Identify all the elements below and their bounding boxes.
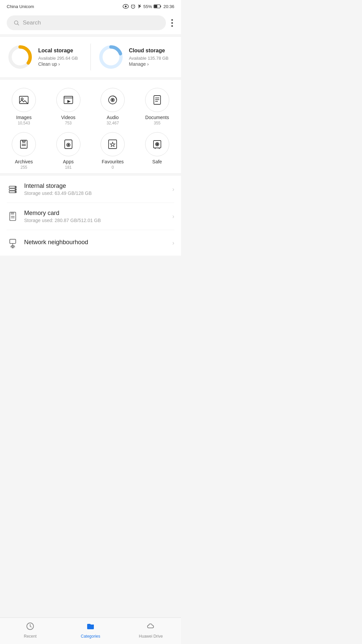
category-item-favourites[interactable]: Favourites 0 (92, 132, 133, 170)
location-name-memory-card: Memory card (24, 210, 167, 217)
carrier-text: China Unicom (7, 4, 34, 9)
svg-point-42 (15, 189, 16, 190)
apps-icon-circle (56, 132, 80, 156)
category-count-apps: 181 (65, 165, 72, 170)
location-sub-internal: Storage used: 63.49 GB/128 GB (24, 191, 167, 196)
favourites-icon-circle (101, 132, 125, 156)
locations-section: Internal storage Storage used: 63.49 GB/… (0, 176, 181, 256)
cloud-storage-donut (98, 44, 124, 70)
svg-rect-50 (10, 239, 16, 243)
status-right: 55% 20:36 (123, 3, 174, 9)
eye-icon (123, 4, 129, 9)
svg-rect-4 (160, 6, 161, 7)
category-item-videos[interactable]: Videos 753 (48, 88, 89, 125)
svg-rect-20 (154, 96, 161, 104)
category-item-documents[interactable]: Documents 355 (137, 88, 178, 125)
svg-point-53 (12, 248, 13, 248)
search-section: Search (0, 11, 181, 34)
category-name-images: Images (16, 115, 32, 120)
category-name-safe: Safe (152, 159, 162, 164)
category-count-audio: 32,467 (107, 121, 119, 125)
svg-point-35 (156, 144, 158, 145)
category-name-videos: Videos (61, 115, 75, 120)
images-icon-circle (12, 88, 36, 112)
battery-icon (154, 4, 162, 9)
category-name-favourites: Favourites (102, 159, 124, 164)
cloud-storage-item[interactable]: Cloud storage Available 135.78 GB Manage… (98, 44, 175, 70)
storage-section: Local storage Available 295.64 GB Clean … (0, 37, 181, 77)
categories-section: Images 10,543 Videos 753 Audio 32,467 Do… (0, 80, 181, 173)
local-storage-info: Local storage Available 295.64 GB Clean … (38, 47, 84, 67)
chevron-right-icon: › (172, 213, 174, 220)
cloud-storage-action[interactable]: Manage › (129, 61, 175, 67)
cloud-storage-info: Cloud storage Available 135.78 GB Manage… (129, 47, 175, 67)
memory-card-icon (7, 211, 18, 222)
location-info-network: Network neighbourhood (24, 239, 167, 247)
location-sub-memory-card: Storage used: 280.87 GB/512.01 GB (24, 218, 167, 223)
category-item-safe[interactable]: Safe (137, 132, 178, 170)
location-item-network[interactable]: Network neighbourhood › (7, 230, 174, 256)
more-options-button[interactable] (170, 18, 174, 28)
search-bar[interactable]: Search (7, 15, 166, 30)
svg-point-41 (15, 186, 16, 187)
memory-card-icon (7, 210, 19, 222)
cloud-storage-available: Available 135.78 GB (129, 56, 175, 61)
network-icon (7, 237, 19, 249)
svg-marker-16 (67, 100, 71, 103)
battery-text: 55% (143, 4, 152, 9)
svg-point-13 (21, 98, 23, 100)
category-item-apps[interactable]: Apps 181 (48, 132, 89, 170)
svg-point-43 (15, 192, 16, 193)
category-count-documents: 355 (154, 121, 161, 125)
svg-point-6 (14, 21, 18, 24)
network-icon (7, 237, 18, 248)
local-storage-donut (7, 44, 34, 70)
search-icon (13, 20, 19, 26)
category-name-audio: Audio (107, 115, 119, 120)
categories-grid: Images 10,543 Videos 753 Audio 32,467 Do… (3, 88, 178, 170)
svg-point-19 (112, 99, 113, 101)
internal-icon (7, 183, 19, 195)
audio-icon-circle (101, 88, 125, 112)
videos-icon-circle (56, 88, 80, 112)
location-name-internal: Internal storage (24, 182, 167, 190)
cloud-storage-title: Cloud storage (129, 47, 175, 54)
svg-rect-32 (109, 140, 117, 149)
svg-point-1 (125, 5, 127, 7)
category-item-audio[interactable]: Audio 32,467 (92, 88, 133, 125)
category-name-apps: Apps (63, 159, 74, 164)
bluetooth-icon (137, 3, 141, 9)
location-item-internal[interactable]: Internal storage Storage used: 63.49 GB/… (7, 176, 174, 203)
svg-rect-14 (64, 96, 73, 104)
category-count-videos: 753 (65, 121, 72, 125)
status-bar: China Unicom 55% 20:36 (0, 0, 181, 11)
category-item-images[interactable]: Images 10,543 (3, 88, 45, 125)
svg-point-31 (68, 144, 69, 146)
time-text: 20:36 (163, 4, 174, 9)
search-placeholder: Search (23, 19, 41, 26)
local-storage-item[interactable]: Local storage Available 295.64 GB Clean … (7, 44, 84, 70)
internal-storage-icon (7, 184, 18, 195)
category-count-favourites: 0 (112, 165, 114, 170)
category-item-archives[interactable]: Archives 255 (3, 132, 45, 170)
location-info-internal: Internal storage Storage used: 63.49 GB/… (24, 182, 167, 196)
category-count-archives: 255 (20, 165, 27, 170)
safe-icon-circle (145, 132, 169, 156)
archives-icon-circle (12, 132, 36, 156)
svg-rect-5 (154, 5, 158, 8)
local-storage-action[interactable]: Clean up › (38, 61, 84, 67)
location-name-network: Network neighbourhood (24, 239, 167, 246)
chevron-right-icon: › (172, 239, 174, 247)
location-info-memory-card: Memory card Storage used: 280.87 GB/512.… (24, 210, 167, 223)
alarm-icon (130, 4, 136, 9)
documents-icon-circle (145, 88, 169, 112)
local-storage-title: Local storage (38, 47, 84, 54)
category-name-archives: Archives (15, 159, 33, 164)
category-name-documents: Documents (145, 115, 169, 120)
category-count-images: 10,543 (18, 121, 30, 125)
svg-line-7 (17, 24, 19, 25)
location-item-memory-card[interactable]: Memory card Storage used: 280.87 GB/512.… (7, 203, 174, 230)
local-storage-available: Available 295.64 GB (38, 56, 84, 61)
chevron-right-icon: › (172, 186, 174, 193)
